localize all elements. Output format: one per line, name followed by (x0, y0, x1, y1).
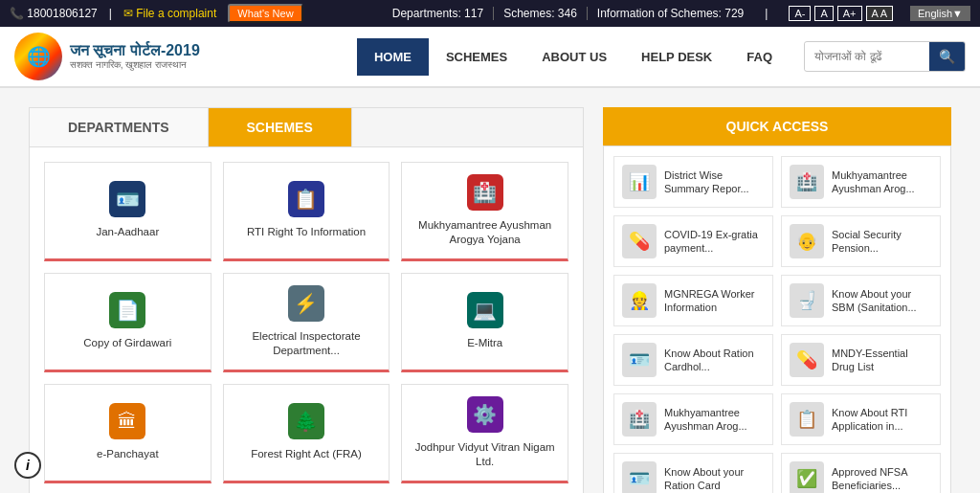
dept-item-2[interactable]: 🏥 Mukhyamantree Ayushman Arogya Yojana (401, 162, 568, 261)
nav-search: 🔍 (804, 41, 966, 72)
dept-icon-4: ⚡ (288, 285, 324, 322)
language-button[interactable]: English▼ (910, 6, 970, 21)
nav-help-desk[interactable]: HELP DESK (624, 38, 729, 76)
qa-icon-7: 💊 (790, 343, 824, 377)
qa-item-5[interactable]: 🚽 Know About your SBM (Sanitation... (781, 275, 941, 326)
dept-item-6[interactable]: 🏛 e-Panchayat (44, 384, 212, 483)
dept-icon-2: 🏥 (467, 174, 503, 211)
divider2: | (765, 7, 768, 20)
dept-item-3[interactable]: 📄 Copy of Girdawari (44, 273, 212, 372)
dept-label-6: e-Panchayat (97, 447, 159, 461)
tab-schemes[interactable]: SCHEMES (209, 108, 352, 146)
qa-icon-11: ✅ (790, 461, 824, 493)
qa-icon-2: 💊 (622, 224, 657, 258)
dept-item-8[interactable]: ⚙️ Jodhpur Vidyut Vitran Nigam Ltd. (401, 384, 568, 483)
font-decrease-button[interactable]: A- (789, 6, 811, 21)
stats-bar: Departments: 117 Schemes: 346 Informatio… (392, 7, 754, 20)
qa-grid: 📊 District Wise Summary Repor... 🏥 Mukhy… (613, 156, 941, 493)
qa-item-3[interactable]: 👴 Social Security Pension... (781, 215, 941, 267)
dept-label-1: RTI Right To Information (247, 225, 366, 239)
font-increase-button[interactable]: A+ (837, 6, 862, 21)
nav-bar: 🌐 जन सूचना पोर्टल-2019 सशक्त नागरिक, खुश… (0, 27, 980, 88)
qa-item-6[interactable]: 🪪 Know About Ration Cardhol... (613, 334, 773, 386)
dept-item-5[interactable]: 💻 E-Mitra (401, 273, 568, 372)
font-controls: A- A A+ A A (789, 6, 893, 21)
qa-icon-4: 👷 (622, 283, 657, 318)
qa-label-8: Mukhyamantree Ayushman Arog... (664, 406, 765, 434)
tab-departments[interactable]: DEPARTMENTS (30, 108, 209, 146)
dept-label-8: Jodhpur Vidyut Vitran Nigam Ltd. (410, 440, 560, 469)
dept-item-7[interactable]: 🌲 Forest Right Act (FRA) (223, 384, 390, 483)
dept-item-0[interactable]: 🪪 Jan-Aadhaar (44, 162, 212, 261)
departments-grid: 🪪 Jan-Aadhaar 📋 RTI Right To Information… (44, 162, 568, 493)
dept-icon-6: 🏛 (109, 403, 145, 439)
qa-icon-5: 🚽 (790, 283, 824, 318)
dept-item-1[interactable]: 📋 RTI Right To Information (223, 162, 390, 261)
left-panel: DEPARTMENTS SCHEMES 🪪 Jan-Aadhaar 📋 RTI … (29, 107, 584, 493)
dept-icon-5: 💻 (467, 292, 503, 328)
complaint-link[interactable]: ✉ File a complaint (123, 7, 216, 20)
qa-label-1: Mukhyamantree Ayushman Arog... (832, 168, 932, 196)
qa-item-11[interactable]: ✅ Approved NFSA Beneficiaries... (781, 453, 941, 493)
qa-label-3: Social Security Pension... (832, 228, 932, 256)
qa-label-4: MGNREGA Worker Information (664, 287, 765, 315)
nav-links: HOME SCHEMES ABOUT US HELP DESK FAQ (357, 38, 790, 76)
dept-label-3: Copy of Girdawari (83, 336, 171, 350)
items-area: 🪪 Jan-Aadhaar 📋 RTI Right To Information… (29, 146, 584, 493)
dept-icon-0: 🪪 (109, 181, 145, 217)
qa-item-9[interactable]: 📋 Know About RTI Application in... (781, 393, 941, 445)
logo-title: जन सूचना पोर्टल-2019 (70, 42, 200, 59)
logo-subtitle: सशक्त नागरिक, खुशहाल राजस्थान (70, 59, 200, 71)
nav-home[interactable]: HOME (357, 38, 429, 76)
dept-label-2: Mukhyamantree Ayushman Arogya Yojana (410, 218, 560, 247)
qa-icon-3: 👴 (790, 224, 824, 258)
qa-item-1[interactable]: 🏥 Mukhyamantree Ayushman Arog... (781, 156, 941, 208)
search-input[interactable] (805, 43, 929, 70)
font-normal-button[interactable]: A (814, 6, 833, 21)
qa-label-7: MNDY-Essential Drug List (832, 347, 932, 374)
qa-label-9: Know About RTI Application in... (832, 406, 932, 434)
quick-access-header: QUICK ACCESS (603, 107, 951, 146)
qa-icon-6: 🪪 (622, 343, 657, 377)
nav-logo: 🌐 जन सूचना पोर्टल-2019 सशक्त नागरिक, खुश… (14, 33, 200, 80)
dept-label-0: Jan-Aadhaar (96, 225, 159, 239)
dept-icon-3: 📄 (109, 292, 145, 328)
dept-icon-8: ⚙️ (467, 396, 503, 433)
nav-faq[interactable]: FAQ (729, 38, 790, 76)
quick-access-body: 📊 District Wise Summary Repor... 🏥 Mukhy… (603, 146, 951, 493)
qa-icon-8: 🏥 (622, 402, 657, 437)
contrast-button[interactable]: A A (866, 6, 894, 21)
qa-item-7[interactable]: 💊 MNDY-Essential Drug List (781, 334, 941, 386)
qa-item-8[interactable]: 🏥 Mukhyamantree Ayushman Arog... (613, 393, 773, 445)
dept-icon-7: 🌲 (288, 403, 324, 439)
qa-item-2[interactable]: 💊 COVID-19 Ex-gratia payment... (613, 215, 773, 267)
main-content: DEPARTMENTS SCHEMES 🪪 Jan-Aadhaar 📋 RTI … (0, 88, 980, 493)
search-button[interactable]: 🔍 (929, 42, 965, 71)
whats-new-button[interactable]: What's New (228, 4, 302, 23)
qa-icon-9: 📋 (790, 402, 824, 437)
qa-item-10[interactable]: 🪪 Know About your Ration Card (613, 453, 773, 493)
qa-label-10: Know About your Ration Card (664, 465, 765, 493)
nav-schemes[interactable]: SCHEMES (429, 38, 524, 76)
qa-label-5: Know About your SBM (Sanitation... (832, 287, 932, 315)
dept-icon-1: 📋 (288, 181, 324, 217)
qa-item-4[interactable]: 👷 MGNREGA Worker Information (613, 275, 773, 326)
tab-header: DEPARTMENTS SCHEMES (29, 107, 584, 146)
nav-about-us[interactable]: ABOUT US (524, 38, 624, 76)
qa-icon-0: 📊 (622, 165, 657, 199)
info-icon[interactable]: i (14, 452, 41, 479)
logo-text: जन सूचना पोर्टल-2019 सशक्त नागरिक, खुशहा… (70, 42, 200, 71)
qa-label-6: Know About Ration Cardhol... (664, 347, 765, 374)
dept-label-4: Electrical Inspectorate Department... (232, 329, 382, 358)
right-panel: QUICK ACCESS 📊 District Wise Summary Rep… (603, 107, 951, 493)
qa-icon-10: 🪪 (622, 461, 657, 493)
dept-item-4[interactable]: ⚡ Electrical Inspectorate Department... (223, 273, 390, 372)
dept-label-7: Forest Right Act (FRA) (251, 447, 362, 461)
qa-item-0[interactable]: 📊 District Wise Summary Repor... (613, 156, 773, 208)
top-bar: 📞 18001806127 | ✉ File a complaint What'… (0, 0, 980, 27)
logo-icon: 🌐 (14, 33, 62, 80)
divider: | (109, 7, 112, 20)
qa-label-11: Approved NFSA Beneficiaries... (832, 465, 932, 493)
dept-label-5: E-Mitra (467, 336, 502, 350)
qa-label-0: District Wise Summary Repor... (664, 168, 765, 196)
